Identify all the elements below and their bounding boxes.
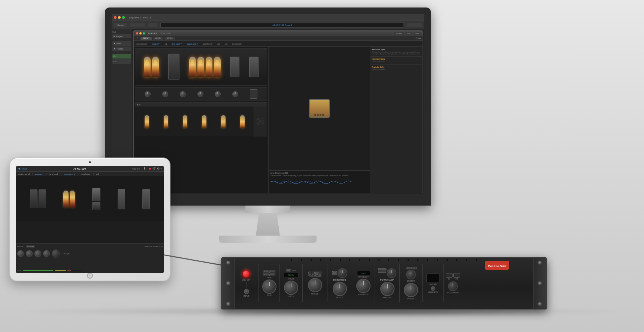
input-jack[interactable] xyxy=(244,289,249,294)
input-jack-group: INPUT xyxy=(244,289,249,297)
buttons-hp-section: F1 F2 HEAD PHONE xyxy=(445,273,460,294)
pa-switch-2[interactable] xyxy=(378,271,386,273)
presence-knob[interactable] xyxy=(356,279,371,293)
s-tube-6 xyxy=(240,115,245,128)
middle-knob[interactable] xyxy=(308,278,322,292)
toolbar-btn-2[interactable] xyxy=(148,23,157,27)
distortion-knob[interactable] xyxy=(338,268,347,278)
ipad-settings-icon[interactable]: ⚙ xyxy=(157,167,160,170)
toolbar-btn-3[interactable] xyxy=(407,23,422,27)
toolbar-btn-1[interactable] xyxy=(130,23,145,27)
power-amp-label: POweR AmP xyxy=(380,279,394,281)
ipad-back-label[interactable]: iPad xyxy=(22,168,27,170)
ipad-preset-value[interactable]: Untitled xyxy=(26,245,35,248)
chain-eq2[interactable]: eq xyxy=(225,43,227,45)
imac-stand xyxy=(253,213,283,236)
custom-knob[interactable] xyxy=(406,270,416,279)
paste-btn[interactable]: Paste xyxy=(414,32,420,35)
ipad-chain-power[interactable]: power amp ▼ xyxy=(63,173,76,175)
knob-treble[interactable] xyxy=(197,91,203,97)
chain-preamp[interactable]: preamp▼ xyxy=(152,43,160,45)
s-tube-4 xyxy=(202,115,206,128)
ipad-knob-4[interactable] xyxy=(43,250,50,257)
output-knob[interactable] xyxy=(404,283,418,297)
ipad-chain-tone[interactable]: tone stack xyxy=(48,173,59,175)
tube-2 xyxy=(152,57,159,77)
modern-btn[interactable]: +MOD xyxy=(406,267,411,269)
plugin-min[interactable] xyxy=(139,32,142,35)
ipad-chain-preamp[interactable]: preamp ▼ xyxy=(34,173,45,175)
vintage-btn[interactable]: +VIN xyxy=(411,267,417,269)
chain-transformer[interactable]: transformer xyxy=(203,43,213,45)
ipad-chain-transformer[interactable]: transformer xyxy=(80,173,92,175)
ipad-help-icon[interactable]: ? xyxy=(160,167,162,170)
sidebar-item-2[interactable]: ▼ Altsn xyxy=(112,41,131,46)
minimize-btn[interactable] xyxy=(118,16,121,19)
ts-btn-1[interactable] xyxy=(308,272,311,275)
knob-master[interactable] xyxy=(232,91,238,97)
ipad-chain-custom[interactable]: custom panel xyxy=(17,173,31,175)
btn-slash[interactable]: SLASH xyxy=(263,270,269,273)
bass-knob[interactable] xyxy=(284,281,298,295)
ipad-knob-3[interactable] xyxy=(34,250,41,257)
tab-store[interactable]: STORE xyxy=(164,37,175,40)
split-switch[interactable]: SPLIT/NORMA xyxy=(378,268,386,270)
chain-ampmatch[interactable]: amp match xyxy=(232,43,242,45)
chain-tone[interactable]: tone stack▼ xyxy=(172,43,182,45)
ipad-knob-1[interactable] xyxy=(17,250,24,257)
power-amp-knob[interactable] xyxy=(387,268,396,278)
ipad-record-icon[interactable]: ⏺ xyxy=(149,167,152,170)
ipad-download-icon[interactable]: ⬇ xyxy=(143,167,146,170)
ipad-cart-icon[interactable]: 🛒 xyxy=(152,167,156,170)
wireless-jack[interactable] xyxy=(431,286,435,291)
gain-knob[interactable] xyxy=(262,279,276,294)
ts-btn-2[interactable] xyxy=(312,272,315,275)
vent-6 xyxy=(340,259,341,261)
knob-presence[interactable] xyxy=(215,91,221,97)
ipad-home-button[interactable] xyxy=(87,273,93,279)
ipad-knob-2[interactable] xyxy=(26,250,33,257)
ipad-share-icon[interactable]: ↑ xyxy=(146,167,148,170)
power-switch[interactable]: POWER xyxy=(332,273,337,275)
sidebar-item-1[interactable]: ⊞ Region xyxy=(112,34,131,38)
ipad-chain-cab[interactable]: cab xyxy=(95,173,100,175)
ts-btn-3[interactable] xyxy=(315,272,318,275)
chain-eq1[interactable]: eq xyxy=(165,43,167,45)
ipad-back-icon[interactable]: ◀ xyxy=(18,167,20,170)
level-meter-svg xyxy=(23,270,98,272)
compare-btn[interactable]: Compare xyxy=(394,32,404,35)
tab-preset[interactable]: PRESET xyxy=(140,37,152,40)
sidebar-item-3[interactable]: ▼ Tracks xyxy=(112,47,131,51)
btn-elem[interactable]: ELEM xyxy=(286,269,291,272)
ts-btn-4[interactable] xyxy=(318,272,321,275)
type-buttons: SLASH BLUES CRUNCH METAL TYPE xyxy=(263,270,275,279)
knob-gain[interactable] xyxy=(145,91,151,97)
btn-crunch[interactable]: CRUNCH xyxy=(263,273,269,276)
f1-btn[interactable] xyxy=(446,273,453,278)
chain-power[interactable]: power amp▼ xyxy=(187,43,198,45)
treble-knob[interactable] xyxy=(333,282,347,296)
knob-mid[interactable] xyxy=(180,91,186,97)
btn-metal[interactable]: METAL xyxy=(269,273,275,276)
sidebar-item-co[interactable]: Co xyxy=(112,59,131,64)
tube-6 xyxy=(214,57,221,77)
plugin-max[interactable] xyxy=(143,32,145,35)
wireless-group: WIRELESS xyxy=(428,286,438,293)
master-knob[interactable] xyxy=(380,282,394,296)
nav-icon: ☰ xyxy=(136,37,139,39)
tab-model[interactable]: MODEL xyxy=(153,37,163,40)
maximize-btn[interactable] xyxy=(122,16,125,19)
bright-switch[interactable]: BRIGHT xyxy=(332,271,337,273)
copy-btn[interactable]: Copy xyxy=(405,32,412,35)
ipad-camera-dot xyxy=(89,161,91,163)
headphone-knob[interactable] xyxy=(448,281,458,291)
ipad-style-label: PRESET SELECTOR xyxy=(145,245,163,248)
plugin-close[interactable] xyxy=(136,32,138,35)
close-btn[interactable] xyxy=(114,16,117,19)
chain-cab[interactable]: cab xyxy=(217,43,220,45)
knob-bass[interactable] xyxy=(162,91,168,97)
power-led-indicator[interactable] xyxy=(242,270,250,278)
f2-btn[interactable] xyxy=(453,273,460,278)
sidebar-item-active[interactable]: Po xyxy=(112,54,131,59)
btn-blues[interactable]: BLUES xyxy=(269,270,275,273)
